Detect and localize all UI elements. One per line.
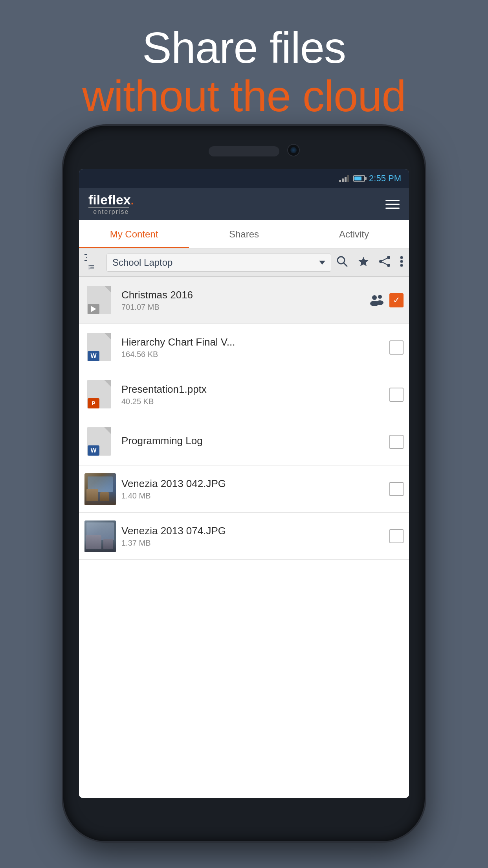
source-selector[interactable]: School Laptop: [106, 254, 331, 272]
battery-icon: [353, 175, 365, 182]
battery-fill: [354, 177, 361, 180]
hamburger-button[interactable]: [385, 200, 400, 209]
file-list: Christmas 2016 701.07 MB: [79, 277, 409, 798]
venezia-042-thumbnail: [84, 473, 116, 505]
file-info-programming-log: Programming Log: [121, 435, 384, 449]
app-logo: fileflex. enterprise: [88, 193, 134, 215]
svg-point-3: [88, 265, 89, 265]
file-actions-programming-log: [389, 435, 404, 449]
file-info-hierarchy: Hierarchy Chart Final V... 164.56 KB: [121, 336, 384, 359]
file-name-christmas: Christmas 2016: [121, 289, 363, 301]
logo-enterprise: enterprise: [88, 208, 134, 215]
search-icon: [336, 255, 349, 268]
list-view-button[interactable]: [84, 254, 102, 271]
phone-screen: 2:55 PM fileflex. enterprise: [79, 169, 409, 798]
checkbox-programming-log[interactable]: [389, 435, 404, 449]
hamburger-line-2: [385, 204, 400, 205]
tab-shares[interactable]: Shares: [189, 220, 299, 248]
svg-point-14: [400, 256, 403, 259]
hamburger-line-3: [385, 208, 400, 209]
toolbar-actions: [336, 255, 404, 270]
svg-line-13: [382, 262, 387, 265]
file-icon-hierarchy: W: [84, 332, 116, 363]
tab-activity[interactable]: Activity: [299, 220, 409, 248]
phone-mockup: 2:55 PM fileflex. enterprise: [63, 126, 425, 841]
file-icon-venezia-074: [84, 520, 116, 552]
logo-flex: flex: [108, 192, 131, 207]
file-size-venezia-074: 1.37 MB: [121, 539, 384, 548]
phone-camera: [287, 144, 300, 156]
file-item-presentation[interactable]: P Presentation1.pptx 40.25 KB: [79, 371, 409, 418]
svg-point-17: [372, 295, 377, 300]
file-item-christmas[interactable]: Christmas 2016 701.07 MB: [79, 277, 409, 324]
file-name-programming-log: Programming Log: [121, 435, 384, 447]
more-button[interactable]: [400, 255, 404, 270]
svg-point-16: [400, 264, 403, 267]
people-share-icon: [369, 293, 385, 306]
file-info-presentation: Presentation1.pptx 40.25 KB: [121, 383, 384, 406]
tab-shares-label: Shares: [229, 229, 259, 240]
checkbox-venezia-074[interactable]: [389, 529, 404, 543]
logo-dot: .: [131, 195, 134, 207]
file-info-christmas: Christmas 2016 701.07 MB: [121, 289, 363, 312]
file-icon-programming-log: W: [84, 426, 116, 458]
tab-activity-label: Activity: [339, 229, 369, 240]
app-header: fileflex. enterprise: [79, 188, 409, 220]
file-actions-hierarchy: [389, 340, 404, 355]
status-icons: 2:55 PM: [339, 173, 401, 184]
search-button[interactable]: [336, 255, 349, 270]
source-name: School Laptop: [112, 257, 172, 268]
svg-point-5: [88, 268, 89, 269]
file-size-venezia-042: 1.40 MB: [121, 491, 384, 500]
signal-icon: [339, 175, 349, 182]
file-item-programming-log[interactable]: W Programming Log: [79, 418, 409, 465]
share-button[interactable]: [378, 255, 391, 270]
file-info-venezia-074: Venezia 2013 074.JPG 1.37 MB: [121, 525, 384, 548]
toolbar: School Laptop: [79, 248, 409, 277]
file-actions-christmas: ✓: [369, 293, 404, 307]
file-name-hierarchy: Hierarchy Chart Final V...: [121, 336, 384, 348]
file-actions-venezia-074: [389, 529, 404, 543]
signal-bar-4: [347, 175, 349, 182]
svg-marker-8: [359, 257, 369, 266]
hero-line2: without the cloud: [0, 72, 488, 120]
signal-bar-2: [342, 178, 344, 182]
checkbox-christmas[interactable]: ✓: [389, 293, 404, 307]
file-item-venezia-074[interactable]: Venezia 2013 074.JPG 1.37 MB: [79, 513, 409, 560]
file-info-venezia-042: Venezia 2013 042.JPG 1.40 MB: [121, 478, 384, 500]
venezia-074-thumbnail: [84, 520, 116, 552]
svg-point-11: [387, 264, 390, 267]
hero-section: Share files without the cloud: [0, 24, 488, 120]
share-icon: [378, 255, 391, 268]
checkmark-icon: ✓: [393, 296, 400, 305]
file-size-presentation: 40.25 KB: [121, 397, 384, 406]
svg-point-20: [376, 300, 383, 305]
list-icon: [84, 263, 99, 271]
file-size-christmas: 701.07 MB: [121, 303, 363, 312]
tab-bar: My Content Shares Activity: [79, 220, 409, 248]
file-size-hierarchy: 164.56 KB: [121, 350, 384, 359]
file-name-venezia-042: Venezia 2013 042.JPG: [121, 478, 384, 490]
file-item-hierarchy[interactable]: W Hierarchy Chart Final V... 164.56 KB: [79, 324, 409, 371]
svg-point-4: [88, 267, 89, 267]
favorites-button[interactable]: [357, 255, 370, 270]
logo-text: fileflex.: [88, 193, 134, 206]
status-time: 2:55 PM: [369, 173, 401, 184]
file-icon-venezia-042: [84, 473, 116, 505]
svg-line-12: [382, 258, 387, 261]
checkbox-hierarchy[interactable]: [389, 340, 404, 355]
share-people-button[interactable]: [369, 293, 385, 307]
tab-my-content[interactable]: My Content: [79, 220, 189, 248]
play-icon: [91, 306, 96, 312]
file-actions-presentation: [389, 388, 404, 402]
file-item-venezia-042[interactable]: Venezia 2013 042.JPG 1.40 MB: [79, 465, 409, 513]
checkbox-venezia-042[interactable]: [389, 482, 404, 496]
status-bar: 2:55 PM: [79, 169, 409, 188]
phone-speaker: [209, 146, 279, 156]
file-name-venezia-074: Venezia 2013 074.JPG: [121, 525, 384, 537]
file-name-presentation: Presentation1.pptx: [121, 383, 384, 395]
svg-point-9: [387, 256, 390, 259]
svg-line-7: [343, 263, 347, 266]
checkbox-presentation[interactable]: [389, 388, 404, 402]
signal-bar-3: [345, 177, 347, 182]
